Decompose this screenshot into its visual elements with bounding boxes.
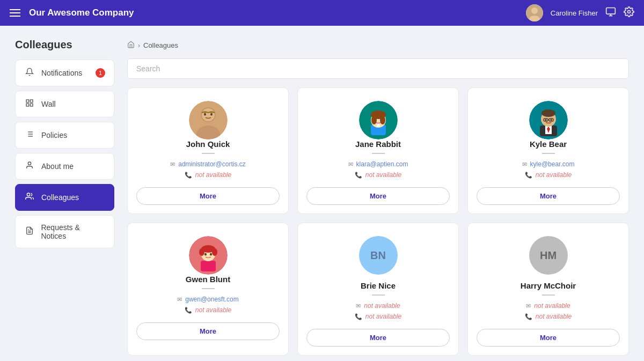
sidebar-item-requests[interactable]: Requests & Notices [15, 215, 114, 248]
svg-point-1 [531, 8, 538, 14]
menu-icon[interactable] [10, 9, 20, 17]
colleagues-grid: John Quick ✉ administrator@cortis.cz 📞 n… [127, 87, 629, 356]
app-title: Our Awesome Company [29, 8, 517, 18]
phone-value-1: not available [365, 171, 401, 179]
sidebar-label-notifications: Notifications [41, 69, 82, 77]
sidebar-item-colleagues[interactable]: Colleagues [15, 184, 114, 211]
sidebar-item-policies[interactable]: Policies [15, 122, 114, 149]
avatar[interactable] [526, 4, 543, 21]
colleague-name-4: Brie Nice [361, 281, 396, 290]
sidebar-item-notifications[interactable]: Notifications 1 [15, 60, 114, 86]
card-info-3: ✉ gwen@onesft.com 📞 not available [136, 296, 280, 314]
breadcrumb: › Colleagues [127, 41, 629, 50]
svg-point-17 [28, 162, 31, 165]
divider-2 [542, 153, 555, 154]
email-value-4: not available [364, 302, 400, 310]
sidebar-label-colleagues: Colleagues [41, 193, 79, 202]
card-info-0: ✉ administrator@cortis.cz 📞 not availabl… [136, 160, 280, 179]
colleague-card-5: HM Harry McChoir ✉ not available 📞 not a… [467, 223, 629, 356]
more-button-2[interactable]: More [477, 187, 620, 205]
content-area: › Colleagues [127, 39, 629, 356]
email-row-4: ✉ not available [306, 302, 450, 310]
email-row-1: ✉ klara@aptien.com [306, 160, 450, 168]
divider-5 [542, 294, 555, 296]
sidebar-label-wall: Wall [41, 100, 56, 108]
colleague-card-0: John Quick ✉ administrator@cortis.cz 📞 n… [127, 87, 289, 214]
sidebar-label-policies: Policies [41, 131, 67, 139]
colleague-name-0: John Quick [186, 139, 230, 149]
phone-value-4: not available [365, 313, 401, 320]
colleagues-icon [24, 192, 35, 203]
sidebar-label-about-me: About me [41, 162, 74, 171]
card-info-1: ✉ klara@aptien.com 📞 not available [306, 160, 450, 179]
avatar-brie-nice: BN [359, 236, 398, 275]
svg-point-53 [204, 253, 207, 256]
initials-4: BN [370, 249, 386, 262]
more-button-3[interactable]: More [136, 322, 280, 340]
colleague-name-2: Kyle Bear [530, 139, 567, 149]
notification-badge: 1 [96, 68, 105, 78]
person-icon [24, 161, 35, 172]
phone-value-0: not available [195, 171, 231, 179]
svg-point-41 [541, 109, 555, 117]
avatar-harry-mcchoir: HM [529, 236, 568, 275]
more-button-5[interactable]: More [477, 329, 620, 347]
email-row-5: ✉ not available [477, 302, 620, 310]
main-container: Colleagues Notifications 1 Wall Policies [0, 26, 644, 361]
divider-4 [372, 294, 385, 296]
divider-3 [202, 288, 215, 289]
more-button-4[interactable]: More [306, 329, 450, 347]
colleague-card-4: BN Brie Nice ✉ not available 📞 not avail… [297, 223, 459, 356]
sidebar-label-requests: Requests & Notices [41, 223, 105, 240]
search-input[interactable] [127, 58, 629, 79]
phone-row-0: 📞 not available [136, 171, 280, 179]
sidebar-item-wall[interactable]: Wall [15, 91, 114, 117]
email-value-1: klara@aptien.com [356, 160, 408, 168]
svg-point-51 [199, 248, 204, 256]
page-title: Colleagues [15, 39, 114, 51]
svg-point-18 [27, 193, 30, 196]
bell-icon [24, 68, 35, 78]
colleague-card-1: Jane Rabbit ✉ klara@aptien.com 📞 not ava… [297, 87, 459, 214]
email-icon-3: ✉ [177, 296, 182, 303]
phone-row-2: 📞 not available [477, 171, 620, 179]
phone-value-3: not available [195, 306, 231, 314]
phone-icon-5: 📞 [525, 313, 532, 320]
phone-icon-0: 📞 [185, 172, 192, 179]
app-header: Our Awesome Company Caroline Fisher [0, 0, 644, 26]
grid-icon [24, 99, 35, 109]
more-button-0[interactable]: More [136, 187, 280, 205]
settings-icon[interactable] [624, 6, 634, 19]
phone-icon-4: 📞 [355, 313, 362, 320]
avatar-kyle-bear [529, 101, 568, 139]
email-icon-0: ✉ [170, 161, 175, 168]
phone-row-1: 📞 not available [306, 171, 450, 179]
svg-point-35 [377, 124, 380, 127]
colleague-name-1: Jane Rabbit [355, 139, 401, 149]
divider-1 [372, 153, 385, 154]
header-right: Caroline Fisher [526, 4, 634, 21]
email-value-2: kyle@bear.com [530, 160, 575, 168]
sidebar-item-about-me[interactable]: About me [15, 153, 114, 180]
colleague-card-2: Kyle Bear ✉ kyle@bear.com 📞 not availabl… [467, 87, 629, 214]
svg-rect-48 [201, 261, 216, 271]
phone-row-4: 📞 not available [306, 313, 450, 320]
svg-rect-8 [30, 100, 33, 102]
avatar-jane-rabbit [359, 101, 398, 139]
sidebar: Colleagues Notifications 1 Wall Policies [15, 39, 114, 356]
email-icon-4: ✉ [356, 303, 361, 310]
phone-value-2: not available [536, 171, 572, 179]
initials-5: HM [540, 249, 557, 262]
more-button-1[interactable]: More [306, 187, 450, 205]
phone-row-5: 📞 not available [477, 313, 620, 320]
card-info-4: ✉ not available 📞 not available [306, 302, 450, 320]
email-value-3: gwen@onesft.com [185, 296, 239, 303]
avatar-john-quick [189, 101, 228, 139]
monitor-icon[interactable] [605, 6, 616, 19]
svg-rect-9 [26, 104, 29, 106]
phone-icon-3: 📞 [185, 307, 192, 314]
avatar-gwen-blunt [189, 236, 228, 275]
home-icon[interactable] [127, 41, 135, 50]
svg-point-34 [380, 116, 385, 124]
svg-point-46 [550, 119, 552, 121]
